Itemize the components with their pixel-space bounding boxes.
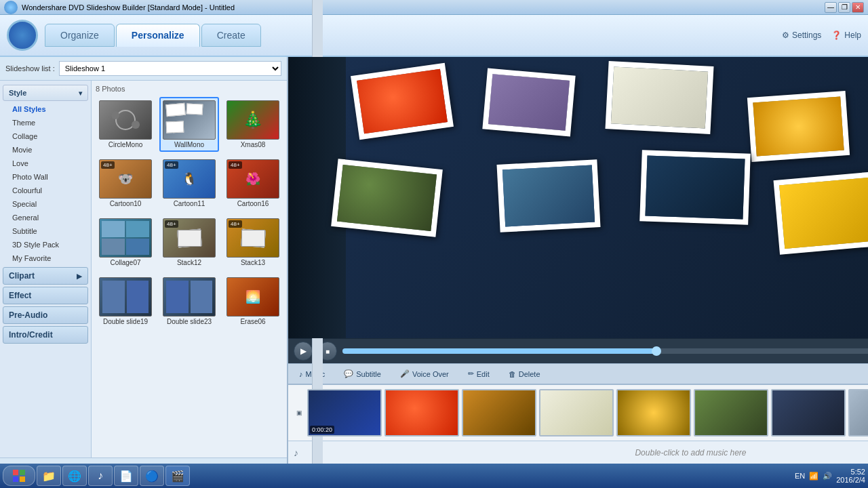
- thumbnails-grid: CircleMono WallMono: [96, 97, 283, 329]
- sidebar-item-general[interactable]: General: [0, 211, 91, 224]
- thumb-doubleslide19[interactable]: Double slide19: [96, 274, 155, 329]
- nav-tabs: Organize Personalize Create: [45, 24, 782, 47]
- sidebar-item-collage[interactable]: Collage: [0, 129, 91, 143]
- thumb-label-wallmono: WallMono: [174, 141, 204, 148]
- thumb-img-stack13: 48+: [226, 218, 279, 258]
- help-icon: ❓: [831, 30, 842, 40]
- edit-icon: ✏: [468, 369, 474, 378]
- subtitle-icon: 💬: [344, 369, 353, 378]
- preview-photo-5: [331, 159, 443, 237]
- thumb-label-circlemono: CircleMono: [108, 141, 143, 148]
- film-item-2[interactable]: [462, 389, 536, 436]
- sidebar-item-love[interactable]: Love: [0, 157, 91, 170]
- film-thumb-2: [463, 390, 535, 435]
- taskbar-files[interactable]: 📄: [114, 466, 138, 486]
- help-button[interactable]: ❓ Help: [831, 30, 861, 40]
- preview-photo-8: [774, 171, 868, 255]
- sidebar-item-3d-style-pack[interactable]: 3D Style Pack: [0, 238, 91, 251]
- thumb-stack13[interactable]: 48+ Stack13: [223, 215, 283, 270]
- thumb-stack12[interactable]: 48+ Stack12: [159, 215, 219, 270]
- thumbnails-area: 8 Photos CircleMono: [92, 81, 287, 458]
- delete-button[interactable]: 🗑 Delete: [503, 368, 546, 380]
- preview-photo-2: [482, 68, 575, 137]
- film-time-0: 0:00:20: [310, 426, 334, 434]
- taskbar-explorer[interactable]: 📁: [37, 466, 61, 486]
- thumb-img-erase06: 🌅: [226, 277, 279, 317]
- film-item-6[interactable]: [771, 389, 846, 436]
- pre-audio-section[interactable]: Pre-Audio: [3, 306, 88, 324]
- play-button[interactable]: ▶: [294, 342, 313, 361]
- slideshow-select[interactable]: Slideshow 1: [59, 61, 281, 76]
- taskbar-browser[interactable]: 🔵: [140, 466, 164, 486]
- tab-organize[interactable]: Organize: [45, 24, 115, 47]
- film-item-3[interactable]: [539, 389, 614, 436]
- film-item-4[interactable]: [616, 389, 691, 436]
- left-panel: Slideshow list : Slideshow 1 Style ▾ All…: [0, 57, 288, 488]
- clipart-section[interactable]: Clipart ▶: [3, 267, 88, 285]
- style-section-header[interactable]: Style ▾: [3, 85, 88, 101]
- window-controls: — ❐ ✕: [825, 2, 864, 13]
- minimize-button[interactable]: —: [825, 2, 837, 13]
- taskbar-app[interactable]: 🎬: [165, 466, 190, 486]
- slideshow-label: Slideshow list :: [5, 64, 55, 73]
- windows-logo-icon: [12, 469, 26, 483]
- close-button[interactable]: ✕: [852, 2, 864, 13]
- thumb-cartoon10[interactable]: 48+ 🐨 Cartoon10: [96, 156, 155, 211]
- thumb-label-doubleslide23: Double slide23: [167, 318, 212, 325]
- svg-rect-5: [13, 476, 18, 482]
- thumb-cartoon16[interactable]: 48+ 🌺 Cartoon16: [223, 156, 283, 211]
- thumb-circlemono[interactable]: CircleMono: [96, 97, 155, 152]
- sidebar-item-subtitle[interactable]: Subtitle: [0, 224, 91, 238]
- voice-over-button[interactable]: 🎤 Voice Over: [395, 367, 454, 380]
- thumb-cartoon11[interactable]: 48+ 🐧 Cartoon11: [159, 156, 219, 211]
- subtitle-button[interactable]: 💬 Subtitle: [338, 367, 387, 380]
- sidebar-item-theme[interactable]: Theme: [0, 116, 91, 129]
- thumb-label-collage07: Collage07: [110, 259, 140, 266]
- film-thumb-3: [540, 390, 612, 435]
- edit-button[interactable]: ✏ Edit: [462, 367, 495, 380]
- start-button[interactable]: [3, 466, 35, 486]
- top-nav: Organize Personalize Create ⚙ Settings ❓…: [0, 15, 868, 57]
- thumb-label-erase06: Erase06: [240, 318, 265, 325]
- thumb-wallmono[interactable]: WallMono: [159, 97, 219, 152]
- film-item-7[interactable]: [848, 389, 868, 436]
- filmstrip-area: ▣ 0:00:20: [288, 384, 868, 441]
- effect-section[interactable]: Effect: [3, 287, 88, 304]
- settings-button[interactable]: ⚙ Settings: [782, 30, 821, 40]
- add-music-line[interactable]: Double-click to add music here: [304, 445, 868, 460]
- thumb-label-cartoon11: Cartoon11: [174, 200, 205, 207]
- thumb-collage07[interactable]: Collage07: [96, 215, 155, 270]
- gear-icon: ⚙: [782, 30, 789, 40]
- film-thumb-6: [772, 390, 844, 435]
- sidebar-item-special[interactable]: Special: [0, 197, 91, 211]
- film-item-5[interactable]: [694, 389, 768, 436]
- sidebar-item-photo-wall[interactable]: Photo Wall: [0, 170, 91, 184]
- clock: 5:52 2016/2/4: [836, 468, 865, 484]
- taskbar: 📁 🌐 ♪ 📄 🔵 🎬 EN 📶 🔊 5:52 2016/2/4: [0, 464, 868, 488]
- thumb-xmas08[interactable]: 🎄 Xmas08: [223, 97, 283, 152]
- preview-photo-1: [351, 63, 454, 140]
- film-thumb-1: [386, 390, 458, 435]
- thumb-img-collage07: [99, 218, 152, 258]
- taskbar-media[interactable]: ♪: [88, 466, 113, 486]
- restore-button[interactable]: ❐: [838, 2, 850, 13]
- progress-bar[interactable]: [342, 348, 868, 354]
- sidebar-item-colourful[interactable]: Colourful: [0, 184, 91, 197]
- title-bar: Wondershare DVD Slideshow Builder [Stand…: [0, 0, 868, 15]
- sidebar-item-movie[interactable]: Movie: [0, 143, 91, 157]
- sidebar-item-my-favorite[interactable]: My Favorite: [0, 251, 91, 265]
- thumb-erase06[interactable]: 🌅 Erase06: [223, 274, 283, 329]
- filmstrip-icon: ▣: [296, 409, 302, 416]
- tab-personalize[interactable]: Personalize: [116, 24, 200, 47]
- preview-photo-4: [747, 91, 850, 162]
- thumb-label-cartoon16: Cartoon16: [237, 200, 269, 207]
- taskbar-internet[interactable]: 🌐: [62, 466, 87, 486]
- intro-credit-section[interactable]: Intro/Credit: [3, 326, 88, 344]
- film-item-1[interactable]: [384, 389, 459, 436]
- preview-area: [288, 57, 868, 338]
- progress-fill: [342, 348, 656, 354]
- tab-create[interactable]: Create: [201, 24, 261, 47]
- sidebar-item-all-styles[interactable]: All Styles: [0, 102, 91, 116]
- thumb-doubleslide23[interactable]: Double slide23: [159, 274, 219, 329]
- film-item-0[interactable]: 0:00:20: [307, 389, 382, 436]
